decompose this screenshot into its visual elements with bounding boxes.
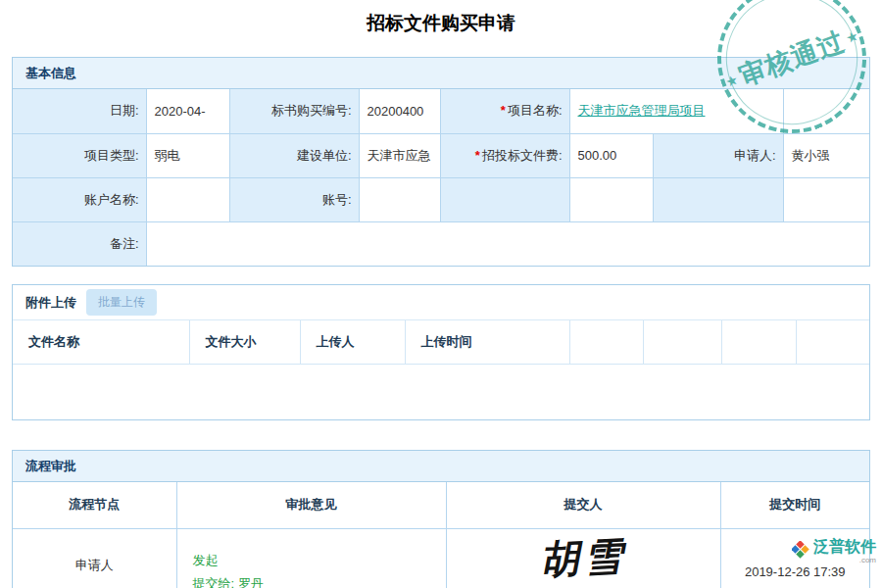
table-row: 申请人 发起 提交给: 罗丹 胡雪 2019-12-26 17:39: [13, 529, 869, 588]
project-name-value: 天津市应急管理局项目: [569, 89, 783, 133]
required-mark: *: [501, 103, 506, 118]
vendor-logo-domain: .com: [813, 556, 876, 564]
attachments-table: 文件名称 文件大小 上传人 上传时间: [13, 320, 869, 365]
attachments-section: 附件上传 批量上传 文件名称 文件大小 上传人 上传时间: [12, 284, 870, 420]
date-value: 2020-04-: [146, 89, 229, 133]
project-link[interactable]: 天津市应急管理局项目: [578, 103, 706, 118]
vendor-logo-texts: 泛普软件 .com: [813, 538, 876, 564]
date-label: 日期:: [13, 89, 146, 133]
col-submit-time: 提交时间: [720, 482, 869, 529]
col-upload-time: 上传时间: [405, 320, 569, 364]
remark-value: [146, 221, 869, 266]
applicant-label: 申请人:: [653, 133, 783, 177]
opinion-submit-to-link[interactable]: 提交给: 罗丹: [193, 572, 446, 588]
page-title: 招标文件购买申请: [0, 0, 882, 36]
empty-label-cell: [440, 177, 569, 221]
account-no-label: 账号:: [229, 177, 359, 221]
empty-label-cell: [653, 177, 783, 221]
empty-header-cell: [796, 320, 869, 364]
empty-header-cell: [643, 320, 721, 364]
doc-no-value: 20200400: [359, 89, 440, 133]
empty-header-cell: [721, 320, 796, 364]
col-file-size: 文件大小: [189, 320, 300, 364]
vendor-logo-icon: [792, 541, 809, 559]
col-submitter: 提交人: [446, 482, 720, 529]
table-header-row: 流程节点 审批意见 提交人 提交时间: [13, 482, 869, 529]
project-name-label: *项目名称:: [440, 89, 569, 133]
flow-node-value: 申请人: [13, 529, 176, 588]
empty-header-cell: [569, 320, 643, 364]
required-mark: *: [475, 148, 480, 163]
signature: 胡雪: [539, 529, 628, 588]
col-flow-node: 流程节点: [13, 482, 176, 529]
fee-value: 500.00: [569, 133, 653, 177]
fee-label: *招投标文件费:: [440, 133, 569, 177]
approval-table: 流程节点 审批意见 提交人 提交时间 申请人 发起 提交给: 罗丹 胡雪 201…: [13, 482, 869, 588]
table-row: 备注:: [13, 221, 869, 266]
account-name-label: 账户名称:: [13, 177, 146, 221]
col-file-name: 文件名称: [13, 320, 189, 364]
batch-upload-button[interactable]: 批量上传: [86, 289, 157, 316]
submitter-signature-cell: 胡雪: [446, 529, 720, 588]
basic-info-table: 日期: 2020-04- 标书购买编号: 20200400 *项目名称: 天津市…: [13, 89, 869, 266]
table-header-row: 文件名称 文件大小 上传人 上传时间: [13, 320, 869, 364]
applicant-value: 黄小强: [783, 133, 869, 177]
table-row: 项目类型: 弱电 建设单位: 天津市应急 *招投标文件费: 500.00 申请人…: [13, 133, 869, 177]
attachments-empty-area: [13, 365, 869, 419]
table-row: 日期: 2020-04- 标书购买编号: 20200400 *项目名称: 天津市…: [13, 89, 869, 133]
table-row: 账户名称: 账号:: [13, 177, 869, 221]
basic-info-section: 基本信息 日期: 2020-04- 标书购买编号: 20200400 *项目名称…: [12, 57, 870, 267]
vendor-logo-name: 泛普软件: [813, 538, 876, 556]
empty-cell: [569, 177, 653, 221]
col-approval-opinion: 审批意见: [176, 482, 446, 529]
approval-section: 流程审批 流程节点 审批意见 提交人 提交时间 申请人 发起 提交给: 罗丹 胡…: [12, 450, 870, 588]
empty-cell: [783, 177, 869, 221]
approval-opinion-cell: 发起 提交给: 罗丹: [176, 529, 446, 588]
build-unit-label: 建设单位:: [229, 133, 359, 177]
basic-info-section-title: 基本信息: [13, 58, 869, 89]
attachments-header: 附件上传 批量上传: [13, 285, 869, 320]
empty-cell: [783, 89, 869, 133]
project-type-value: 弱电: [146, 133, 229, 177]
remark-label: 备注:: [13, 221, 146, 266]
opinion-action-link[interactable]: 发起: [193, 549, 446, 572]
account-name-value: [146, 177, 229, 221]
account-no-value: [359, 177, 440, 221]
doc-no-label: 标书购买编号:: [229, 89, 359, 133]
build-unit-value: 天津市应急: [359, 133, 440, 177]
attachments-section-title: 附件上传: [25, 294, 76, 312]
col-uploader: 上传人: [300, 320, 405, 364]
approval-section-title: 流程审批: [13, 451, 869, 482]
project-type-label: 项目类型:: [13, 133, 146, 177]
vendor-logo: 泛普软件 .com: [792, 538, 876, 564]
